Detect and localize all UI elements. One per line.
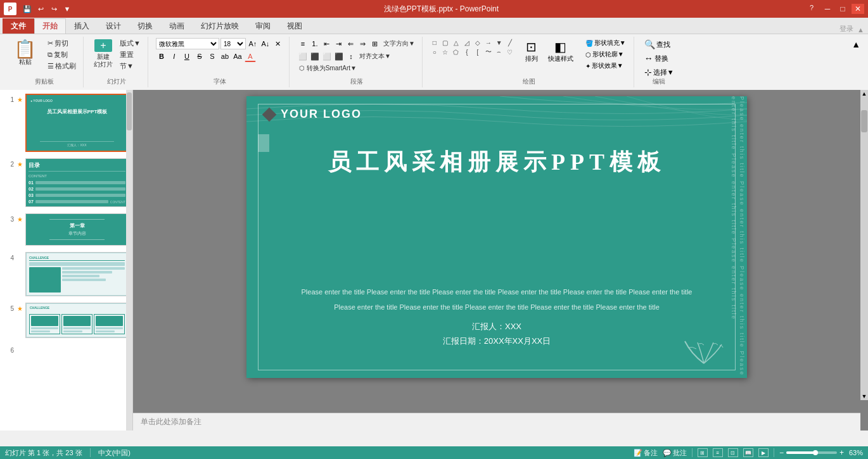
slide-item-6[interactable]: 6 [3, 343, 130, 355]
align-text-button[interactable]: 对齐文本▼ [357, 51, 393, 62]
ribbon-collapse[interactable]: ▲ [857, 26, 868, 34]
shape-pentagon[interactable]: ⬠ [452, 47, 461, 56]
shape-heart[interactable]: ♡ [506, 47, 514, 56]
tab-insert[interactable]: 插入 [66, 18, 98, 34]
shape-curly[interactable]: ⌢ [495, 47, 504, 56]
convert-smartart-button[interactable]: ⬡ 转换为SmartArt▼ [297, 63, 359, 73]
shape-rect[interactable]: □ [430, 38, 439, 47]
slide-thumb-3[interactable]: 第一章 章节内容 [25, 213, 129, 246]
shape-circle[interactable]: ○ [430, 47, 439, 56]
find-button[interactable]: 🔍 查找 [642, 38, 677, 51]
reset-button[interactable]: 重置 [118, 49, 143, 60]
strikethrough-button[interactable]: S [194, 51, 205, 62]
italic-button[interactable]: I [169, 51, 180, 62]
notes-bar[interactable]: 单击此处添加备注 [133, 413, 860, 431]
shape-rounded-rect[interactable]: ▢ [441, 38, 450, 47]
font-size-select[interactable]: 18 [220, 38, 246, 49]
case-button[interactable]: Aa [232, 51, 243, 62]
columns-button[interactable]: ⊞ [369, 38, 381, 49]
indent-increase-button[interactable]: ⇥ [333, 38, 345, 49]
ltr-button[interactable]: ⇒ [357, 38, 369, 49]
ribbon-expand-button[interactable]: ▲ [849, 37, 863, 87]
bullets-button[interactable]: ≡ [297, 38, 309, 49]
font-face-select[interactable]: 微软雅黑 [156, 38, 219, 49]
slidesorter-button[interactable]: ⊡ [728, 448, 738, 457]
slide-thumb-5[interactable]: CHALLENGE [25, 303, 129, 338]
slides-scrollbar[interactable] [126, 90, 132, 431]
paste-button[interactable]: 📋 粘贴 [10, 38, 40, 68]
align-right-button[interactable]: ⬜ [321, 51, 333, 62]
notes-button[interactable]: 📝 备注 [634, 448, 658, 458]
slide-item-1[interactable]: 1 ★ ● YOUR LOGO 员工风采相册展示PPT模板 汇报人：XXX [3, 92, 130, 153]
tab-view[interactable]: 视图 [279, 18, 310, 34]
shadow-button[interactable]: S [207, 51, 218, 62]
tab-transitions[interactable]: 切换 [129, 18, 161, 34]
reading-view-button[interactable]: 📖 [743, 448, 753, 457]
shape-rtriangle[interactable]: ◿ [463, 38, 471, 47]
cut-button[interactable]: ✂ 剪切 [46, 38, 78, 49]
slide-date[interactable]: 汇报日期：20XX年XX月XX日 [246, 336, 747, 347]
slide-item-3[interactable]: 3 ★ 第一章 章节内容 [3, 212, 130, 247]
slideshow-button[interactable]: ▶ [758, 448, 769, 457]
justify-button[interactable]: ⬛ [333, 51, 345, 62]
replace-button[interactable]: ↔ 替换 [642, 52, 677, 65]
shape-arrow[interactable]: → [484, 38, 493, 47]
maximize-button[interactable]: □ [836, 4, 849, 14]
indent-decrease-button[interactable]: ⇤ [321, 38, 333, 49]
slide-item-2[interactable]: 2 ★ 目录 CONTENT 01 02 [3, 157, 130, 208]
zoom-slider-track[interactable] [786, 451, 837, 454]
shape-diamond[interactable]: ◇ [473, 38, 482, 47]
normal-view-button[interactable]: ⊞ [698, 448, 708, 457]
slide-thumb-2[interactable]: 目录 CONTENT 01 02 03 [25, 158, 129, 207]
zoom-out-button[interactable]: − [779, 448, 784, 457]
outline-view-button[interactable]: ≡ [713, 448, 723, 457]
tab-review[interactable]: 审阅 [247, 18, 279, 34]
font-increase-button[interactable]: A↑ [247, 38, 258, 49]
slide-canvas[interactable]: YOUR LOGO 员工风采相册展示PPT模板 Please enter the… [246, 96, 747, 378]
slide-thumb-1[interactable]: ● YOUR LOGO 员工风采相册展示PPT模板 汇报人：XXX [25, 94, 129, 152]
new-slide-button[interactable]: + 新建幻灯片 [91, 38, 115, 70]
outline-button[interactable]: ⬡ 形状轮廓▼ [583, 49, 629, 60]
font-color-button[interactable]: A [245, 51, 256, 62]
vscroll-up-arrow[interactable]: ▲ [860, 90, 868, 97]
tab-animations[interactable]: 动画 [161, 18, 193, 34]
select-button[interactable]: ⊹ 选择▼ [642, 66, 677, 79]
canvas-vscrollbar[interactable] [860, 97, 868, 393]
slide-item-5[interactable]: 5 ★ CHALLENGE [3, 301, 130, 339]
login-button[interactable]: 登录 [839, 24, 857, 34]
help-button[interactable]: ? [810, 4, 814, 14]
tab-home[interactable]: 开始 [34, 18, 66, 34]
shape-star[interactable]: ☆ [441, 47, 450, 56]
align-center-button[interactable]: ⬛ [309, 51, 321, 62]
tab-slideshow[interactable]: 幻灯片放映 [193, 18, 247, 34]
text-direction-button[interactable]: 文字方向▼ [381, 38, 417, 49]
quick-style-button[interactable]: ◧ 快速样式 [544, 38, 577, 65]
shape-line[interactable]: ╱ [506, 38, 514, 47]
clear-format-button[interactable]: ✕ [272, 38, 284, 49]
shape-more[interactable]: ▼ [495, 38, 504, 47]
minimize-button[interactable]: ─ [821, 4, 834, 14]
slide-thumb-4[interactable]: CHALLENGE [25, 252, 129, 296]
section-button[interactable]: 节▼ [118, 61, 143, 72]
shape-brace[interactable]: { [463, 47, 471, 56]
shape-wave[interactable]: 〜 [484, 47, 493, 56]
quick-access-more[interactable]: ▼ [61, 3, 73, 15]
save-button[interactable]: 💾 [22, 3, 33, 15]
layout-button[interactable]: 版式▼ [118, 38, 143, 49]
numbering-button[interactable]: 1. [309, 38, 321, 49]
tab-design[interactable]: 设计 [98, 18, 129, 34]
redo-button[interactable]: ↪ [48, 3, 60, 15]
align-left-button[interactable]: ⬜ [297, 51, 309, 62]
slide-reporter[interactable]: 汇报人：XXX [246, 321, 747, 332]
copy-button[interactable]: ⧉ 复制 [46, 49, 78, 60]
line-spacing-button[interactable]: ↕ [345, 51, 357, 62]
char-spacing-button[interactable]: ab [219, 51, 231, 62]
shape-triangle[interactable]: △ [452, 38, 461, 47]
zoom-in-button[interactable]: + [839, 448, 844, 457]
slide-item-4[interactable]: 4 CHALLENGE [3, 251, 130, 298]
format-painter-button[interactable]: ☰ 格式刷 [46, 61, 78, 72]
effect-button[interactable]: ✦ 形状效果▼ [583, 61, 629, 71]
underline-button[interactable]: U [181, 51, 193, 62]
arrange-button[interactable]: ⊡ 排列 [521, 38, 542, 65]
close-button[interactable]: ✕ [852, 4, 864, 14]
